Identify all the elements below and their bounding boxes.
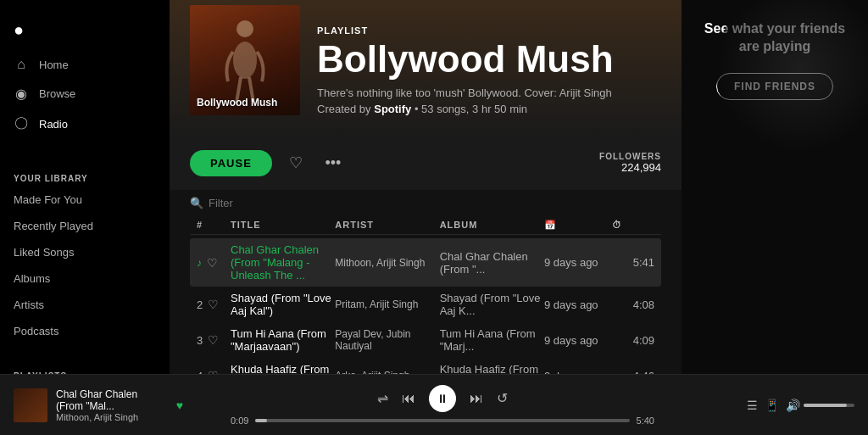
- now-playing-info: Chal Ghar Chalen (From "Mal... Mithoon, …: [56, 388, 161, 422]
- playlist-type-label: Playlist: [317, 25, 661, 36]
- volume-fill: [804, 404, 847, 407]
- sidebar-item-radio[interactable]: 〇 Radio: [0, 109, 170, 140]
- sidebar-item-recently-played[interactable]: Recently Played: [0, 213, 170, 239]
- made-for-you-label: Made For You: [14, 193, 82, 206]
- podcasts-label: Podcasts: [14, 325, 58, 337]
- player-controls: ⇌ ⏮ ⏸ ⏭ ↺ 0:09 5:40: [193, 385, 692, 426]
- browse-icon: ◉: [14, 86, 29, 102]
- track-title-1: Shayad (From "Love Aaj Kal"): [231, 292, 335, 317]
- col-title: TITLE: [231, 220, 335, 231]
- artists-label: Artists: [14, 298, 44, 311]
- playlist-title: Bollywood Mush: [317, 39, 661, 80]
- playlists-label: Playlists: [0, 358, 170, 374]
- right-panel: See what your friends are playing FIND F…: [682, 0, 868, 374]
- time-total: 5:40: [637, 415, 654, 426]
- track-number: 3: [197, 334, 203, 347]
- track-list: # TITLE ARTIST ALBUM 📅 ⏱ ♪ ♡ Chal Ghar C…: [170, 216, 682, 374]
- progress-track[interactable]: [255, 419, 629, 422]
- track-duration-2: 4:09: [612, 334, 654, 347]
- volume-icon[interactable]: 🔊: [786, 399, 800, 412]
- pause-button[interactable]: PAUSE: [190, 150, 272, 176]
- followers-info: FOLLOWERS 224,994: [599, 152, 661, 174]
- search-icon: 🔍: [190, 197, 203, 209]
- track-row[interactable]: ♪ ♡ Chal Ghar Chalen (From "Malang - Unl…: [190, 238, 661, 287]
- track-artist-1: Pritam, Arijit Singh: [335, 298, 439, 310]
- track-heart-1[interactable]: ♡: [208, 298, 219, 311]
- more-options-button[interactable]: •••: [320, 149, 347, 176]
- next-button[interactable]: ⏭: [470, 391, 483, 406]
- like-playlist-button[interactable]: ♡: [282, 149, 309, 176]
- time-current: 0:09: [231, 415, 248, 426]
- track-heart-0[interactable]: ♡: [207, 256, 218, 270]
- sidebar-nav: ● ⌂ Home ◉ Browse 〇 Radio: [0, 7, 170, 147]
- track-row[interactable]: 4 ♡ Khuda Haafiz (From "The Body") Arko,…: [190, 358, 661, 374]
- track-date-2: 9 days ago: [544, 334, 612, 347]
- track-rows: ♪ ♡ Chal Ghar Chalen (From "Malang - Unl…: [190, 238, 661, 374]
- home-icon: ⌂: [14, 57, 29, 72]
- play-pause-button[interactable]: ⏸: [429, 385, 456, 412]
- col-album: ALBUM: [440, 220, 544, 231]
- sidebar-item-podcasts[interactable]: Podcasts: [0, 318, 170, 344]
- track-album-1: Shayad (From "Love Aaj K...: [440, 292, 544, 317]
- player-bar: Chal Ghar Chalen (From "Mal... Mithoon, …: [0, 374, 868, 435]
- liked-songs-label: Liked Songs: [14, 246, 75, 259]
- sidebar: ● ⌂ Home ◉ Browse 〇 Radio Your Library M…: [0, 0, 170, 374]
- track-row[interactable]: 2 ♡ Shayad (From "Love Aaj Kal") Pritam,…: [190, 287, 661, 322]
- now-playing-heart-icon[interactable]: ♥: [176, 399, 183, 412]
- sidebar-item-home[interactable]: ⌂ Home: [0, 50, 170, 79]
- decorative-circle: [715, 0, 868, 153]
- duration: 3 hr 50 min: [472, 103, 527, 115]
- repeat-button[interactable]: ↺: [497, 390, 508, 406]
- track-heart-2[interactable]: ♡: [208, 333, 219, 347]
- col-artist: ARTIST: [335, 220, 439, 231]
- now-playing-thumb: [14, 388, 47, 422]
- playlist-header: Bollywood Mush Playlist Bollywood Mush T…: [170, 0, 682, 136]
- filter-input[interactable]: [209, 197, 351, 209]
- track-date-0: 9 days ago: [544, 256, 612, 269]
- sidebar-item-browse[interactable]: ◉ Browse: [0, 79, 170, 109]
- queue-button[interactable]: ☰: [747, 399, 758, 412]
- track-date-1: 9 days ago: [544, 298, 612, 311]
- followers-count: 224,994: [599, 161, 661, 174]
- radio-icon: 〇: [14, 115, 29, 133]
- col-duration: ⏱: [612, 220, 654, 231]
- recently-played-label: Recently Played: [14, 220, 93, 232]
- track-name-0: Chal Ghar Chalen (From "Malang - Unleash…: [231, 243, 335, 282]
- track-album-2: Tum Hi Aana (From "Marj...: [440, 327, 544, 353]
- volume-bar: 🔊: [786, 399, 854, 412]
- sidebar-item-artists[interactable]: Artists: [0, 292, 170, 318]
- track-duration-0: 5:41: [612, 256, 654, 269]
- your-library-label: Your Library: [0, 160, 170, 187]
- shuffle-button[interactable]: ⇌: [377, 390, 388, 406]
- track-title-0: Chal Ghar Chalen (From "Malang - Unleash…: [231, 243, 335, 282]
- track-list-header: # TITLE ARTIST ALBUM 📅 ⏱: [190, 216, 661, 235]
- track-duration-1: 4:08: [612, 298, 654, 311]
- player-right-controls: ☰ 📱 🔊: [702, 399, 854, 412]
- devices-button[interactable]: 📱: [765, 399, 779, 412]
- volume-track[interactable]: [804, 404, 854, 407]
- sidebar-item-liked-songs[interactable]: Liked Songs: [0, 239, 170, 265]
- filter-wrapper: 🔍: [190, 197, 661, 209]
- now-playing-title: Chal Ghar Chalen (From "Mal...: [56, 388, 161, 412]
- track-name-1: Shayad (From "Love Aaj Kal"): [231, 292, 335, 317]
- playlist-cover: Bollywood Mush: [190, 5, 300, 115]
- track-number: 2: [197, 298, 203, 311]
- col-num: #: [197, 220, 231, 231]
- track-artist-2: Payal Dev, Jubin Nautiyal: [335, 328, 439, 352]
- prev-button[interactable]: ⏮: [402, 391, 415, 406]
- creator-name: Spotify: [374, 103, 411, 115]
- now-playing: Chal Ghar Chalen (From "Mal... Mithoon, …: [14, 388, 183, 422]
- playlist-info: Playlist Bollywood Mush There's nothing …: [317, 25, 661, 115]
- sidebar-item-made-for-you[interactable]: Made For You: [0, 187, 170, 213]
- progress-bar-container: 0:09 5:40: [231, 415, 654, 426]
- track-album-0: Chal Ghar Chalen (From "...: [440, 250, 544, 276]
- sidebar-item-albums[interactable]: Albums: [0, 265, 170, 292]
- speaker-icon: ♪: [197, 257, 202, 269]
- track-row[interactable]: 3 ♡ Tum Hi Aana (From "Marjaavaan") Paya…: [190, 322, 661, 358]
- cover-text: Bollywood Mush: [197, 97, 277, 109]
- svg-point-1: [233, 42, 257, 79]
- playlist-description: There's nothing like too 'mush' Bollywoo…: [317, 86, 661, 99]
- track-title-3: Khuda Haafiz (From "The Body"): [231, 363, 335, 374]
- songs-count: 53 songs: [421, 103, 466, 115]
- track-name-2: Tum Hi Aana (From "Marjaavaan"): [231, 327, 335, 353]
